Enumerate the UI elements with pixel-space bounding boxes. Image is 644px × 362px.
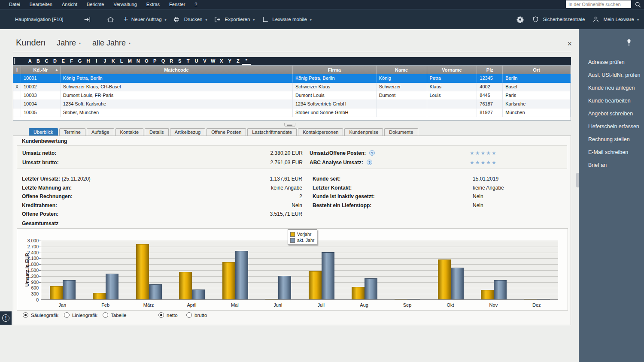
sidebar-item-kunde-bearbeiten[interactable]: Kunde bearbeiten	[579, 94, 644, 107]
tab-termine[interactable]: Termine	[59, 128, 85, 136]
alphabet-letter-l[interactable]: L	[117, 58, 125, 64]
sidebar-item-adresse-pruefen[interactable]: Adresse prüfen	[579, 56, 644, 69]
sidebar-item-e-mail-schreiben[interactable]: E-Mail schreiben	[579, 146, 644, 159]
menu-item-ansicht[interactable]: Ansicht	[57, 0, 82, 9]
range-filter-dropdown-icon[interactable]: ·	[129, 39, 131, 47]
alphabet-letter-a[interactable]: A	[26, 58, 34, 64]
tab-dokumente[interactable]: Dokumente	[384, 128, 418, 136]
column-header-plz[interactable]: Plz	[477, 66, 503, 74]
tab-lastschriftmandate[interactable]: Lastschriftmandate	[247, 128, 297, 136]
sidebar-item-kunde-neu-anlegen[interactable]: Kunde neu anlegen	[579, 81, 644, 94]
tab-kundenpreise[interactable]: Kundenpreise	[344, 128, 383, 136]
tab-ueberblick[interactable]: Überblick	[29, 128, 58, 136]
pin-icon[interactable]	[626, 39, 632, 48]
tab-artikelbezug[interactable]: Artikelbezug	[170, 128, 206, 136]
sidebar-resize-handle[interactable]	[576, 173, 579, 187]
splitter-handle[interactable]	[284, 123, 295, 127]
alphabet-letter-e[interactable]: E	[59, 58, 67, 64]
tab-kontakte[interactable]: Kontakte	[115, 128, 143, 136]
table-row-10002[interactable]: X10002Schweizer Klaus, CH-BaselSchweizer…	[13, 83, 571, 91]
menu-item-bearbeiten[interactable]: Bearbeiten	[25, 0, 57, 9]
help-icon[interactable]: ?	[369, 150, 375, 156]
alphabet-letter-u[interactable]: U	[192, 58, 200, 64]
table-row-10001[interactable]: 10001König Petra, BerlinKönig Petra, Ber…	[13, 74, 571, 83]
alphabet-letter-f[interactable]: F	[67, 58, 76, 64]
alphabet-letter-c[interactable]: C	[43, 58, 51, 64]
alphabet-letter-t[interactable]: T	[184, 58, 192, 64]
notification-badge[interactable]: !	[0, 311, 12, 325]
menu-item-berichte[interactable]: Berichte	[82, 0, 109, 9]
alphabet-letter-m[interactable]: M	[126, 58, 134, 64]
dock-pin-icon[interactable]	[83, 15, 92, 24]
radio-netto[interactable]: netto	[158, 312, 178, 318]
help-icon[interactable]: ?	[367, 160, 372, 165]
column-header-kd-nr[interactable]: Kd.-Nr▲	[21, 66, 61, 74]
menu-item-extras[interactable]: Extras	[142, 0, 164, 9]
alphabet-letter-g[interactable]: G	[76, 58, 84, 64]
alphabet-letter-y[interactable]: Y	[225, 58, 234, 64]
alphabet-letter-v[interactable]: V	[200, 58, 209, 64]
new-order-button[interactable]: + Neuer Auftrag ▾	[124, 15, 167, 23]
table-row-10003[interactable]: 10003Dumont Louis, FR-ParisDumont LouisD…	[13, 91, 571, 100]
radio-saeulengrafik[interactable]: Säulengrafik	[23, 312, 58, 318]
alphabet-letter-q[interactable]: Q	[159, 58, 167, 64]
column-header-matchcode[interactable]: Matchcode	[61, 66, 293, 74]
alphabet-letter-x[interactable]: X	[217, 58, 225, 64]
table-row-10004[interactable]: 100041234 Soft, Karlsruhe1234 Softvertri…	[13, 100, 571, 109]
main-navigation-button[interactable]: Hauptnavigation [F10]	[0, 17, 64, 22]
alphabet-letter-r[interactable]: R	[167, 58, 176, 64]
page-header: Kunden Jahre · alle Jahre ·	[16, 38, 131, 48]
alphabet-letter-d[interactable]: D	[51, 58, 59, 64]
alphabet-letter-o[interactable]: O	[142, 58, 150, 64]
sidebar-item-rechnung-stellen[interactable]: Rechnung stellen	[579, 133, 644, 146]
sidebar-item-brief-an[interactable]: Brief an	[579, 159, 644, 172]
alphabet-letter-n[interactable]: N	[134, 58, 142, 64]
export-button[interactable]: Exportieren ▾	[213, 15, 255, 24]
alphabet-letter-k[interactable]: K	[109, 58, 117, 64]
bar-akt-jahr-feb	[106, 274, 118, 299]
security-center-button[interactable]: Sicherheitszentrale	[532, 15, 585, 24]
alphabet-letter-b[interactable]: B	[34, 58, 42, 64]
alphabet-letter-s[interactable]: S	[176, 58, 184, 64]
table-row-10005[interactable]: 10005Stober, MünchenStober und Söhne Gmb…	[13, 109, 571, 117]
column-header-ort[interactable]: Ort	[503, 66, 571, 74]
menu-item-fenster[interactable]: Fenster	[164, 0, 190, 9]
alphabet-letter-j[interactable]: J	[101, 58, 109, 64]
column-header-i[interactable]: I	[13, 66, 21, 74]
close-view-button[interactable]: ×	[567, 40, 572, 47]
tab-auftraege[interactable]: Aufträge	[87, 128, 114, 136]
column-header-name[interactable]: Name	[377, 66, 427, 74]
sidebar-item-angebot-schreiben[interactable]: Angebot schreiben	[579, 107, 644, 120]
alphabet-letter-star[interactable]: *	[242, 57, 250, 65]
column-header-vorname[interactable]: Vorname	[427, 66, 477, 74]
tab-kontaktpersonen[interactable]: Kontaktpersonen	[298, 128, 343, 136]
print-button[interactable]: Drucken ▾	[173, 15, 207, 24]
lexware-mobile-button[interactable]: Lexware mobile ▾	[261, 15, 312, 24]
tab-offene-posten[interactable]: Offene Posten	[207, 128, 246, 136]
home-icon[interactable]	[106, 15, 115, 24]
radio-tabelle[interactable]: Tabelle	[103, 312, 126, 318]
range-filter-dropdown[interactable]: alle Jahre	[92, 39, 126, 48]
sidebar-item-lieferschein-erfassen[interactable]: Lieferschein erfassen	[579, 120, 644, 133]
alphabet-letter-i[interactable]: I	[92, 58, 100, 64]
alphabet-letter-p[interactable]: P	[151, 58, 159, 64]
alphabet-letter-h[interactable]: H	[84, 58, 92, 64]
bar-akt-jahr-okt	[451, 268, 464, 299]
settings-gear-icon[interactable]	[516, 15, 525, 24]
alphabet-letter-z[interactable]: Z	[234, 58, 242, 64]
menu-item-verwaltung[interactable]: Verwaltung	[109, 0, 141, 9]
menu-item-datei[interactable]: Datei	[4, 0, 25, 9]
online-help-search-input[interactable]	[566, 0, 631, 8]
tab-details[interactable]: Details	[145, 128, 169, 136]
menu-item-help[interactable]: ?	[190, 0, 202, 9]
radio-liniengrafik[interactable]: Liniengrafik	[64, 312, 97, 318]
column-header-firma[interactable]: Firma	[293, 66, 377, 74]
alphabet-letter-w[interactable]: W	[209, 58, 217, 64]
sidebar-item-ausl-ust-idnr-pruefen[interactable]: Ausl. USt-IdNr. prüfen	[579, 69, 644, 81]
year-filter-dropdown-icon[interactable]: ·	[79, 39, 81, 47]
year-filter-dropdown[interactable]: Jahre	[57, 39, 76, 48]
account-menu-button[interactable]: Mein Lexware ▾	[592, 15, 639, 24]
radio-brutto[interactable]: brutto	[186, 312, 207, 318]
cell-matchcode: Schweizer Klaus, CH-Basel	[61, 83, 293, 91]
search-button[interactable]	[632, 0, 643, 8]
